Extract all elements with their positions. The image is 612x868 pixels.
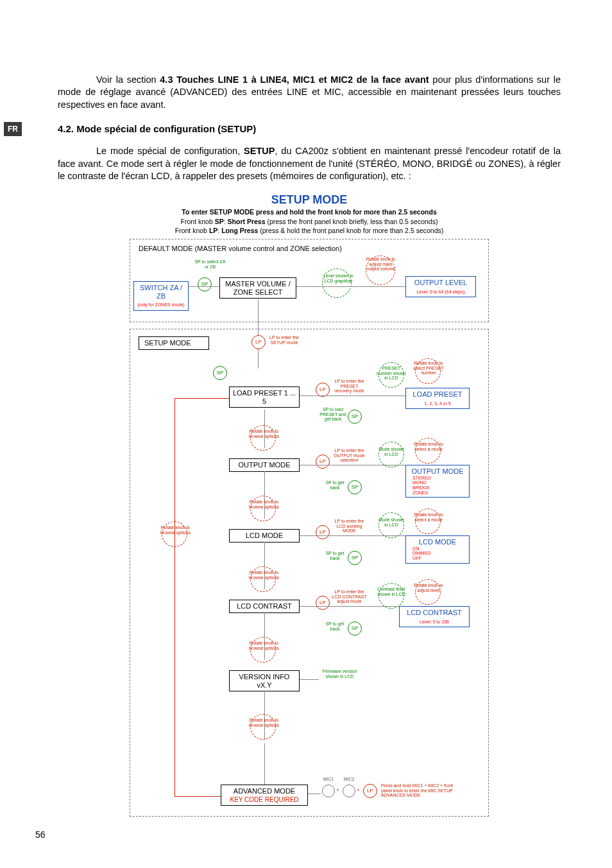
ann-rotate-browse: Rotate knob to browse options [246,641,282,650]
ann-contrast-lcd: Contrast level shown in LCD [376,587,407,596]
connector [189,286,219,287]
knob-sp-icon: SP [348,551,362,565]
box-setup-mode: SETUP MODE [139,336,209,350]
keyword-setup: SETUP [244,146,275,156]
text: Voir la section [96,74,160,85]
connector [300,606,399,607]
ann-firmware-lcd: Firmware version shown in LCD [322,669,357,679]
ann-rotate-mode: Rotate knob to select a mode [412,512,445,522]
connector [300,465,405,465]
ann-sp-back: SP to get back [322,551,348,560]
plus-icon: + [357,787,360,794]
ann-rotate-main-vol: Rotate knob to adjust main output volume [363,257,398,272]
mic1-button-icon [322,785,335,797]
sub: KEY CODE REQUIRED [230,796,298,803]
ann-lp-setup: LP to enter the SETUP mode [268,335,301,345]
plus-icon: + [336,787,339,794]
label: LCD MODE [419,538,456,546]
section-heading: 4.2. Mode spécial de configuration (SETU… [58,123,561,135]
box-version-info: VERSION INFO vX.Y [229,670,300,691]
ann-mode-lcd: Mode shown in LCD [377,517,405,527]
short-press: Short Press [228,218,266,225]
box-switch-za-zb: SWITCH ZA / ZB (only for ZONES mode) [133,281,189,311]
label: OUTPUT MODE [411,467,463,475]
box-load-preset-sel: LOAD PRESET 1, 2, 3, 4 or 5 [405,388,470,409]
connector [300,535,405,536]
label: OUTPUT LEVEL [414,279,467,286]
text: Front knob [175,227,209,234]
box-lcd-contrast-sel: LCD CONTRAST Level: 0 to 100 [399,606,470,627]
ann-rotate-mode: Rotate knob to select a mode [412,442,445,451]
knob-sp-icon: SP [213,366,227,380]
loop-connector [174,398,229,399]
ann-rotate-browse: Rotate knob to browse options [246,570,282,580]
box-master-volume: MASTER VOLUME / ZONE SELECT [219,277,296,299]
box-output-mode: OUTPUT MODE [229,458,300,472]
text: (press the front panel knob briefly, les… [266,218,438,225]
ann-rotate-browse: Rotate knob to browse options [246,429,282,438]
mic2-button-icon [343,785,355,797]
box-lcd-contrast: LCD CONTRAST [229,600,300,613]
sub: STEREO MONO BRIDGE ZONES [409,476,466,496]
knob-lp-icon: LP [316,455,330,469]
label-mic1: MIC1 [319,777,337,782]
box-load-preset: LOAD PRESET 1 ... 5 [229,386,300,408]
ann-lp-preset: LP to enter the PRESET recovery mode [332,379,367,394]
box-lcd-mode-sel: LCD MODE ON DIMMED OFF [405,535,470,564]
ann-rotate-browse: Rotate knob to browse options [246,718,282,727]
paragraph-intro: Voir la section 4.3 Touches LINE 1 à LIN… [58,74,561,112]
label: ADVANCED MODE [234,787,295,795]
text: Front knob [181,218,215,225]
long-press: Long Press [221,227,258,234]
default-mode-label: DEFAULT MODE (MASTER volume control and … [139,244,342,254]
knob-lp-icon: LP [316,383,330,397]
setup-mode-diagram: DEFAULT MODE (MASTER volume control and … [130,239,489,823]
knob-sp-icon: SP [198,277,212,291]
connector [300,395,405,396]
label: LOAD PRESET [412,390,462,398]
ann-sp-load-preset: SP to load PRESET and get back [319,407,347,422]
sub: ON DIMMED OFF [409,546,466,561]
connector [258,349,259,369]
setup-instructions: To enter SETUP MODE press and hold the f… [58,207,561,235]
sub: Level: 0 to 64 (64 steps) [416,290,464,294]
text: Le mode spécial de configuration, [96,146,244,156]
ann-preset-num-lcd: PRESET number shown in LCD [376,366,407,381]
loop-connector [174,398,175,796]
ann-sp-back: SP to get back [322,480,348,490]
page: FR Voir la section 4.3 Touches LINE 1 à … [0,0,612,868]
sub: 1, 2, 3, 4 or 5 [424,401,450,406]
knob-lp-icon: LP [363,784,377,798]
page-number: 56 [35,829,46,841]
label-mic2: MIC2 [340,777,358,782]
connector [308,794,321,794]
ann-level-graphbar: Level shown in LCD graphbar [321,273,356,283]
knob-sp-icon: SP [348,410,362,424]
text: (press & hold the front panel knob for m… [258,227,443,234]
language-tab: FR [4,122,22,136]
ann-rotate-preset: Rotate knob to select PRESET number [412,361,445,376]
knob-sp-icon: SP [348,480,362,494]
abbr-sp: SP [215,218,224,225]
ann-lp-lcd-contrast: LP to enter the LCD CONTRAST adjust mode [332,589,367,604]
knob-sp-icon: SP [348,621,362,636]
abbr-lp: LP [209,227,217,234]
section-ref: 4.3 Touches LINE 1 à LINE4, MIC1 et MIC2… [160,74,429,85]
label: LCD CONTRAST [407,609,462,616]
box-advanced-mode: ADVANCED MODE KEY CODE REQUIRED [221,785,308,806]
ann-rotate-browse: Rotate knob to browse options [158,525,193,535]
ann-advanced-hint: Press and hold MIC1 + MIC2 + front panel… [381,783,464,798]
setup-mode-title: SETUP MODE [58,192,561,207]
label: SWITCH ZA / ZB [140,284,182,300]
instr-line-1: To enter SETUP MODE press and hold the f… [182,208,437,216]
connector [300,679,319,680]
ann-rotate-browse: Rotate knob to browse options [246,499,282,509]
ann-rotate-level: Rotate knob to adjust level [412,583,445,593]
ann-sp-za-zb: SP to select ZA or ZB [192,259,228,269]
ann-sp-back: SP to get back [322,621,348,631]
connector [264,743,265,785]
knob-lp-icon: LP [316,525,330,539]
sub: (only for ZONES mode) [137,302,184,307]
box-lcd-mode: LCD MODE [229,529,300,542]
box-output-mode-sel: OUTPUT MODE STEREO MONO BRIDGE ZONES [405,465,470,498]
